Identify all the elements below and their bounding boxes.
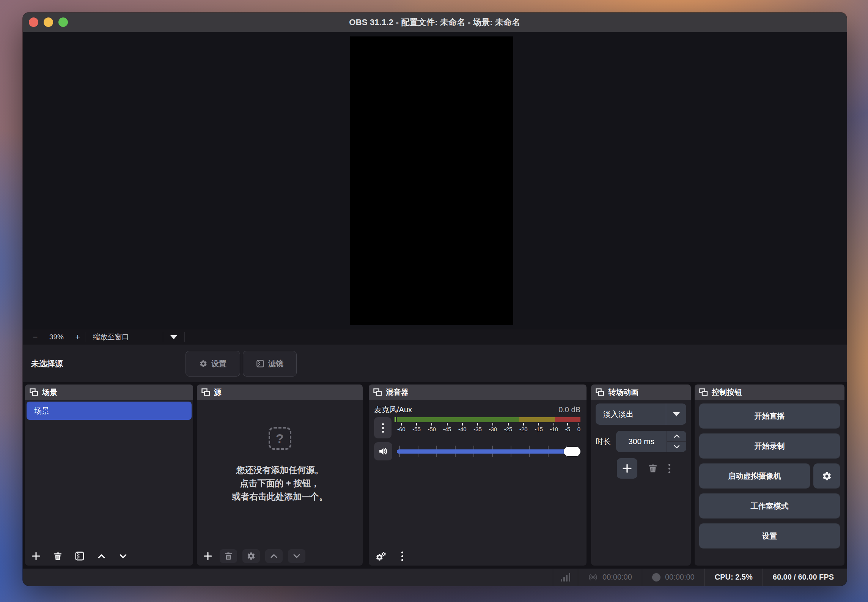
sources-panel-header[interactable]: 源 [197,385,363,400]
controls-panel-title: 控制按钮 [712,387,742,397]
cpu-usage: CPU: 2.5% [704,569,763,586]
sources-empty-text: 您还没有添加任何源。 点击下面的 + 按钮， 或者右击此处添加一个。 [232,463,328,503]
meter-bar [395,417,580,422]
channel-menu-button[interactable] [374,417,392,438]
record-timecode: 00:00:00 [665,573,695,582]
popout-icon [201,388,210,396]
controls-panel-header[interactable]: 控制按钮 [695,385,844,400]
sources-panel: 源 ? 您还没有添加任何源。 点击下面的 + 按钮， 或者右击此处添加一个。 [197,385,363,566]
add-source-button[interactable] [203,551,213,561]
add-transition-button[interactable] [617,458,637,479]
scene-filters-button[interactable] [75,551,85,561]
mixer-toolbar [369,547,587,566]
zoom-window-button[interactable] [58,17,68,27]
virtual-camera-row: 启动虚拟摄像机 [699,463,840,489]
scenes-panel: 场景 场景 [25,385,193,566]
preview-area[interactable] [23,32,847,329]
studio-mode-button[interactable]: 工作室模式 [699,493,840,518]
duration-value[interactable]: 300 ms [616,431,667,452]
fit-to-window-label[interactable]: 缩放至窗口 [85,332,163,342]
mixer-panel-title: 混音器 [386,387,409,397]
scenes-panel-title: 场景 [42,387,57,397]
gear-icon [199,359,208,368]
remove-scene-button[interactable] [53,552,63,561]
status-bar: 00:00:00 00:00:00 CPU: 2.5% 60.00 / 60.0… [23,568,847,586]
desktop: { "window": { "title": "OBS 31.1.2 - 配置文… [0,0,868,602]
mixer-panel-header[interactable]: 混音器 [369,385,587,400]
settings-button[interactable]: 设置 [699,523,840,548]
meter-peak-indicator [395,417,396,422]
start-streaming-button[interactable]: 开始直播 [699,403,840,429]
transition-select-arrow[interactable] [666,403,686,425]
sources-toolbar [197,547,363,566]
speaker-icon [378,446,388,457]
controls-panel: 控制按钮 开始直播 开始录制 启动虚拟摄像机 工作室模式 设置 [695,385,844,566]
minimize-window-button[interactable] [44,17,53,27]
virtual-camera-settings-button[interactable] [813,463,840,489]
scenes-list: 场景 [25,400,193,547]
properties-button-label: 设置 [211,359,226,369]
zoom-dropdown-button[interactable] [163,335,184,339]
traffic-lights [29,13,68,32]
close-window-button[interactable] [29,17,38,27]
move-source-up-button[interactable] [265,549,283,563]
signal-bars-icon [561,573,570,582]
duration-increase-button[interactable] [667,431,686,442]
mixer-menu-button[interactable] [401,552,403,561]
sources-empty-line: 点击下面的 + 按钮， [232,477,328,490]
volume-slider[interactable] [397,442,580,460]
move-scene-up-button[interactable] [97,552,106,561]
title-bar: OBS 31.1.2 - 配置文件: 未命名 - 场景: 未命名 [23,13,847,32]
transition-select[interactable]: 淡入淡出 [596,403,686,425]
remove-transition-button[interactable] [648,463,658,473]
duration-decrease-button[interactable] [667,442,686,452]
slider-track[interactable] [397,449,580,454]
add-scene-button[interactable] [31,551,41,561]
start-virtual-camera-button[interactable]: 启动虚拟摄像机 [699,463,810,489]
source-properties-toolbar-button[interactable] [242,549,260,563]
filter-icon [256,359,264,368]
fps-status: 60.00 / 60.00 FPS [763,569,847,586]
gear-icon [822,471,832,481]
audio-mixer-panel: 混音器 麦克风/Aux 0.0 dB [369,385,587,566]
transition-menu-button[interactable] [668,464,670,473]
transitions-panel-title: 转场动画 [608,387,638,397]
sources-empty-line: 或者右击此处添加一个。 [232,490,328,503]
stream-status: 00:00:00 [578,569,642,586]
channel-name: 麦克风/Aux [374,405,412,415]
transitions-body: 淡入淡出 时长 300 ms [591,400,691,566]
sources-empty-state: ? 您还没有添加任何源。 点击下面的 + 按钮， 或者右击此处添加一个。 [197,427,363,503]
transitions-toolbar [596,458,686,479]
remove-source-button[interactable] [220,549,237,563]
popout-icon [596,388,604,396]
divider [184,332,185,342]
move-scene-down-button[interactable] [118,552,128,561]
kebab-icon [382,423,384,425]
sources-panel-title: 源 [214,387,222,397]
move-source-down-button[interactable] [288,549,305,563]
preview-zoom-bar: − 39% + 缩放至窗口 [23,329,847,345]
zoom-in-button[interactable]: + [71,332,85,342]
duration-spinbox[interactable]: 300 ms [616,431,686,452]
source-filters-button[interactable]: 滤镜 [243,351,297,377]
zoom-level: 39% [42,333,71,341]
scene-canvas[interactable] [350,36,513,325]
channel-level-db: 0.0 dB [558,405,580,414]
advanced-audio-button[interactable] [375,551,386,561]
zoom-out-button[interactable]: − [28,332,42,342]
popout-icon [699,388,708,396]
source-properties-button[interactable]: 设置 [186,351,240,377]
dock-area: 场景 场景 源 [23,382,847,568]
popout-icon [30,388,38,396]
volume-meter-row: -60 -55 -50 -45 -40 -35 -30 -25 -20 -15 … [374,417,580,438]
scenes-panel-header[interactable]: 场景 [25,385,193,400]
sources-list[interactable]: ? 您还没有添加任何源。 点击下面的 + 按钮， 或者右击此处添加一个。 [197,400,363,547]
stream-timecode: 00:00:00 [602,573,632,582]
mute-toggle-button[interactable] [374,442,392,460]
slider-handle[interactable] [564,447,580,456]
mixer-channel-header: 麦克风/Aux 0.0 dB [374,402,580,417]
scene-list-item[interactable]: 场景 [27,402,192,420]
start-recording-button[interactable]: 开始录制 [699,433,840,459]
volume-slider-row [374,442,580,460]
transitions-panel-header[interactable]: 转场动画 [591,385,691,400]
